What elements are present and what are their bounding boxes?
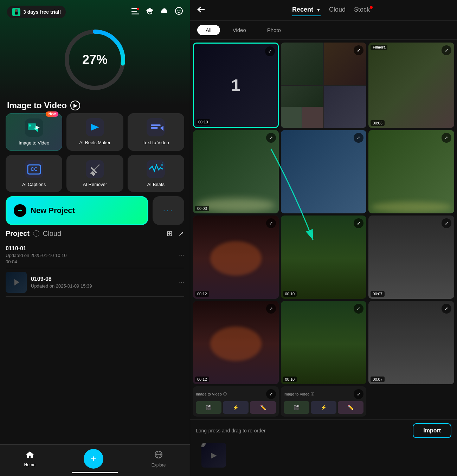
media-cell-10[interactable]: ⤢ 00:12	[193, 301, 279, 384]
export-icon[interactable]: ↗	[178, 229, 184, 238]
filter-all[interactable]: All	[197, 25, 220, 35]
expand-icon-3[interactable]: ⤢	[442, 45, 451, 55]
section-label: Image to Video ▶	[0, 95, 190, 113]
tool-card-image-to-video[interactable]: New Image to Video	[6, 113, 62, 151]
cloud-icon[interactable]	[160, 7, 169, 17]
filter-photo[interactable]: Photo	[259, 25, 289, 35]
itv-expand-2[interactable]: ⤢	[354, 389, 363, 399]
project-more-2[interactable]: ···	[179, 279, 184, 286]
tool-card-ai-beats[interactable]: AI Beats	[128, 155, 184, 192]
nav-explore[interactable]: Explore	[152, 450, 166, 468]
section-play-icon[interactable]: ▶	[70, 101, 80, 110]
tab-stock[interactable]: Stock	[354, 6, 370, 15]
duration-badge-1: 00:10	[196, 119, 210, 125]
media-cell-6[interactable]: ⤢	[368, 130, 454, 213]
tool-card-ai-captions[interactable]: CC AI Captions	[6, 155, 62, 192]
nav-explore-label: Explore	[152, 463, 166, 468]
media-cell-9[interactable]: ⤢ 00:07	[368, 216, 454, 299]
expand-icon-10[interactable]: ⤢	[266, 304, 276, 314]
trial-badge[interactable]: 📱 3 days free trial!	[7, 6, 66, 18]
expand-icon-1[interactable]: ⤢	[265, 46, 275, 56]
project-thumb-2	[6, 272, 27, 293]
tab-recent-label: Recent	[292, 6, 313, 13]
project-date-1: Updated on 2025-01-10 10:10	[6, 253, 175, 258]
svg-rect-2	[131, 14, 139, 15]
new-project-button[interactable]: + New Project	[6, 196, 148, 225]
tool-card-ai-reels[interactable]: AI Reels Maker	[66, 113, 123, 151]
svg-rect-1	[131, 11, 137, 12]
media-cell-7[interactable]: ⤢ 00:12	[193, 216, 279, 299]
project-info-icon[interactable]: i	[33, 230, 39, 237]
more-options-card[interactable]: ···	[153, 196, 184, 225]
tool-card-text-to-video[interactable]: Text to Video	[128, 113, 184, 151]
nav-home[interactable]: Home	[24, 450, 36, 467]
project-more-1[interactable]: ···	[179, 251, 184, 259]
project-title-row: Project i Cloud	[6, 230, 61, 238]
import-button[interactable]: Import	[413, 423, 451, 438]
tool-icon-text-to-video	[147, 118, 165, 136]
duration-badge-10: 00:12	[195, 377, 209, 382]
filter-video[interactable]: Video	[224, 25, 255, 35]
grid-view-icon[interactable]: ⊞	[167, 229, 173, 238]
expand-icon-6[interactable]: ⤢	[442, 133, 451, 143]
expand-icon-7[interactable]: ⤢	[266, 218, 276, 228]
itv-expand-1[interactable]: ⤢	[266, 389, 276, 399]
tool-label-ai-captions: AI Captions	[22, 182, 46, 187]
tab-cloud[interactable]: Cloud	[329, 6, 346, 15]
bottom-nav: Home + Explore	[0, 444, 190, 476]
project-info-1: 0110-01 Updated on 2025-01-10 10:10 00:0…	[6, 245, 175, 264]
project-section: Project i Cloud ⊞ ↗ 0110-01 Updated on 2…	[0, 229, 190, 297]
svg-point-5	[178, 10, 179, 11]
drag-reorder-row: Long-press and drag to re-order Import	[190, 420, 457, 442]
back-button[interactable]	[197, 6, 205, 15]
itv-card-1[interactable]: Image to Video ⓘ ⤢ 🎬 ⚡ ✏️	[193, 386, 279, 417]
list-icon[interactable]	[131, 7, 139, 17]
media-cell-4[interactable]: Filmora ⤢ 00:03	[193, 130, 279, 213]
home-indicator-bar	[72, 472, 118, 473]
media-cell-3[interactable]: Filmora ⤢ 00:03	[368, 43, 454, 128]
home-icon	[25, 450, 34, 461]
media-cell-12[interactable]: ⤢ 00:07	[368, 301, 454, 384]
new-project-label: New Project	[31, 206, 75, 215]
progress-ring: 27%	[60, 25, 130, 95]
svg-point-26	[161, 164, 163, 166]
progress-text: 27%	[82, 52, 108, 67]
header-icons	[131, 7, 183, 17]
tool-card-ai-remover[interactable]: AI Remover	[66, 155, 123, 192]
itv-card-2[interactable]: Image to Video ⓘ ⤢ 🎬 ⚡ ✏️	[281, 386, 367, 417]
mini-cell-3	[324, 86, 366, 128]
project-name-1: 0110-01	[6, 245, 175, 252]
selected-preview-1[interactable]: ✕ ▶	[201, 443, 226, 468]
tool-icon-ai-captions: CC	[25, 160, 43, 178]
expand-icon-4[interactable]: ⤢	[266, 133, 276, 143]
trial-text: 3 days free trial!	[23, 9, 61, 15]
media-cell-2[interactable]: ⤢	[281, 43, 367, 128]
media-cell-11[interactable]: ⤢ 00:10	[281, 301, 367, 384]
tab-recent[interactable]: Recent ▼	[292, 6, 321, 15]
hat-icon[interactable]	[146, 7, 154, 17]
tool-label-ai-beats: AI Beats	[147, 182, 165, 187]
expand-icon-12[interactable]: ⤢	[442, 304, 451, 314]
media-cell-1[interactable]: 1 ⤢ 00:10	[193, 43, 279, 128]
dots-icon: ···	[163, 206, 174, 215]
face-icon[interactable]	[175, 7, 183, 17]
tool-label-text-to-video: Text to Video	[143, 140, 169, 145]
media-cell-5[interactable]: ⤢	[281, 130, 367, 213]
svg-marker-28	[14, 279, 19, 285]
nav-add-icon: +	[90, 453, 96, 464]
project-item-2[interactable]: 0109-08 Updated on 2025-01-09 15:39 ···	[6, 268, 184, 297]
tool-label-ai-remover: AI Remover	[83, 182, 107, 187]
duration-badge-8: 00:10	[283, 291, 297, 297]
project-item-1[interactable]: 0110-01 Updated on 2025-01-10 10:10 00:0…	[6, 242, 184, 268]
duration-badge-4: 00:03	[195, 206, 209, 211]
duration-badge-12: 00:07	[371, 377, 385, 382]
tool-icon-ai-remover	[86, 160, 104, 178]
right-header: Recent ▼ Cloud Stock	[190, 0, 457, 21]
expand-icon-9[interactable]: ⤢	[442, 218, 451, 228]
tool-label-image-to-video: Image to Video	[19, 140, 49, 146]
project-header: Project i Cloud ⊞ ↗	[6, 229, 184, 238]
nav-add-button[interactable]: +	[84, 449, 103, 469]
progress-section: 27%	[0, 21, 190, 95]
tab-stock-label: Stock	[354, 6, 370, 13]
media-cell-8[interactable]: ⤢ 00:10	[281, 216, 367, 299]
